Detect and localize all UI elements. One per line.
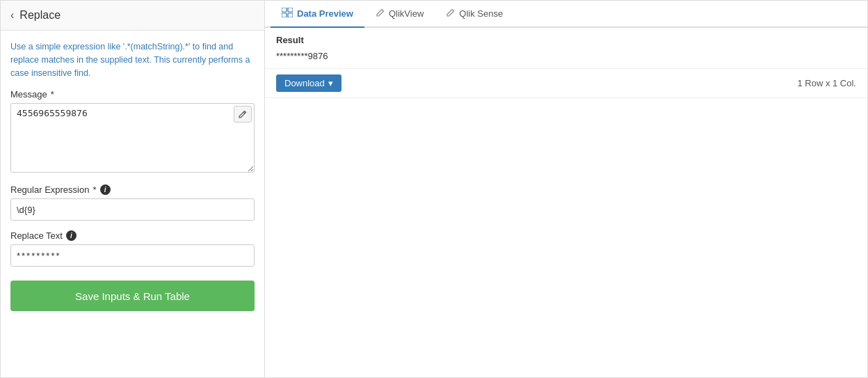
replace-label: Replace Text i	[10, 230, 255, 241]
replace-info-icon[interactable]: i	[66, 230, 77, 241]
left-panel: ‹ Replace Use a simple expression like '…	[1, 1, 265, 377]
svg-rect-3	[288, 13, 293, 17]
tab-qlik-sense-label: Qlik Sense	[459, 8, 503, 19]
tab-qlikview[interactable]: QlikView	[364, 1, 435, 28]
regex-field-group: Regular Expression * i	[10, 184, 255, 221]
tab-data-preview-label: Data Preview	[297, 8, 353, 19]
svg-rect-2	[282, 13, 287, 17]
download-button[interactable]: Download ▾	[276, 74, 341, 92]
svg-rect-0	[282, 8, 287, 12]
regex-label-text: Regular Expression	[10, 184, 89, 195]
table-icon	[282, 8, 293, 19]
message-required-marker: *	[51, 89, 54, 100]
panel-title: Replace	[19, 9, 61, 22]
regex-label: Regular Expression * i	[10, 184, 255, 195]
panel-body: Use a simple expression like '.*(matchSt…	[1, 31, 264, 377]
result-value: *********9876	[276, 51, 856, 61]
row-count-label: 1 Row x 1 Col.	[797, 78, 856, 88]
save-run-button[interactable]: Save Inputs & Run Table	[10, 281, 255, 311]
tabs-bar: Data Preview QlikView Qlik Sense	[265, 1, 867, 28]
message-label-text: Message	[10, 89, 47, 100]
pencil-icon-2	[446, 8, 455, 17]
download-button-label: Download	[284, 78, 325, 88]
tab-data-preview[interactable]: Data Preview	[271, 1, 364, 28]
result-section: Result *********9876	[265, 28, 867, 69]
result-label: Result	[276, 35, 856, 45]
replace-text-input[interactable]	[10, 244, 255, 267]
regex-info-icon[interactable]: i	[100, 184, 111, 195]
pencil-edit-icon	[239, 110, 247, 118]
message-textarea-wrapper	[10, 103, 255, 175]
right-panel: Data Preview QlikView Qlik Sense	[265, 1, 867, 377]
message-field-group: Message *	[10, 89, 255, 175]
tab-qlik-sense[interactable]: Qlik Sense	[435, 1, 514, 28]
message-label: Message *	[10, 89, 255, 100]
result-toolbar: Download ▾ 1 Row x 1 Col.	[265, 69, 867, 98]
back-arrow-icon[interactable]: ‹	[10, 9, 14, 22]
qlikview-pencil-icon	[376, 8, 385, 19]
download-caret-icon: ▾	[328, 78, 333, 88]
pencil-icon	[376, 8, 385, 17]
message-textarea[interactable]	[10, 103, 255, 173]
tab-qlikview-label: QlikView	[389, 8, 424, 19]
edit-icon-button[interactable]	[234, 106, 252, 123]
table-grid-icon	[282, 8, 293, 17]
regex-input[interactable]	[10, 198, 255, 221]
regex-required-marker: *	[93, 184, 96, 195]
svg-rect-1	[288, 8, 293, 12]
qliksense-pencil-icon	[446, 8, 455, 19]
replace-label-text: Replace Text	[10, 230, 63, 241]
panel-header: ‹ Replace	[1, 1, 264, 31]
description-text: Use a simple expression like '.*(matchSt…	[10, 40, 255, 79]
replace-field-group: Replace Text i	[10, 230, 255, 267]
